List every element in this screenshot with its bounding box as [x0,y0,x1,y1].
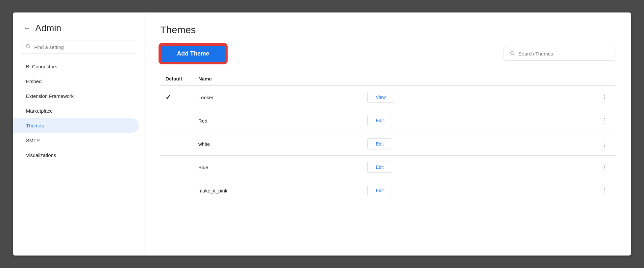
row-more-cell: ⋮ [520,109,615,132]
sidebar-header: ← Admin [13,12,144,40]
add-theme-button[interactable]: Add Theme [160,45,226,63]
col-default: Default [160,72,193,86]
default-check [160,179,193,202]
theme-name: make_it_pink [193,179,362,202]
toolbar: Add Theme [160,45,615,63]
sidebar-search-icon [26,44,31,50]
row-more-cell: ⋮ [520,179,615,202]
col-name: Name [193,72,362,86]
sidebar-title: Admin [35,23,61,34]
more-icon[interactable]: ⋮ [598,186,610,195]
edit-button[interactable]: Edit [367,185,392,196]
sidebar-item-themes[interactable]: Themes [13,118,139,133]
sidebar-item-visualizations[interactable]: Visualizations [13,148,139,163]
svg-line-3 [513,54,514,55]
more-icon[interactable]: ⋮ [598,162,610,172]
sidebar-nav: BI Connectors Embed Extension Framework … [13,59,144,256]
check-icon: ✓ [165,94,171,101]
col-more [520,72,615,86]
sidebar-item-extension-framework[interactable]: Extension Framework [13,89,139,103]
svg-line-1 [29,47,30,48]
sidebar-item-bi-connectors[interactable]: BI Connectors [13,59,139,74]
theme-name: Red [193,109,362,132]
theme-action-cell: Edit [362,156,520,179]
row-more-cell: ⋮ [520,86,615,109]
search-themes-input[interactable] [518,51,609,56]
theme-name: Blue [193,156,362,179]
app-window: ← Admin BI Connectors Embed Extension Fr… [13,12,631,256]
row-more-cell: ⋮ [520,156,615,179]
row-more-cell: ⋮ [520,132,615,156]
theme-name: Looker [193,86,362,109]
table-row: ✓ Looker View ⋮ [160,86,615,109]
table-row: Blue Edit ⋮ [160,156,615,179]
sidebar-item-embed[interactable]: Embed [13,74,139,89]
table-row: Red Edit ⋮ [160,109,615,132]
main-content: Themes Add Theme Default Name [144,12,631,256]
edit-button[interactable]: Edit [367,162,392,173]
sidebar-search-box [21,40,136,54]
theme-action-cell: Edit [362,132,520,156]
theme-action-cell: Edit [362,179,520,202]
default-check: ✓ [160,86,193,109]
table-row: white Edit ⋮ [160,132,615,156]
search-themes-box [504,47,615,61]
view-button[interactable]: View [367,92,394,103]
theme-action-cell: Edit [362,109,520,132]
table-row: make_it_pink Edit ⋮ [160,179,615,202]
more-icon[interactable]: ⋮ [598,139,610,149]
theme-name: white [193,132,362,156]
default-check [160,109,193,132]
sidebar: ← Admin BI Connectors Embed Extension Fr… [13,12,144,256]
more-icon[interactable]: ⋮ [598,116,610,125]
theme-action-cell: View [362,86,520,109]
search-themes-icon [510,51,515,57]
table-header-row: Default Name [160,72,615,86]
sidebar-item-marketplace[interactable]: Marketplace [13,103,139,118]
themes-table: Default Name ✓ Looker View [160,72,615,202]
sidebar-search-input[interactable] [34,44,131,50]
page-title: Themes [160,24,615,35]
more-icon[interactable]: ⋮ [598,92,610,102]
default-check [160,156,193,179]
edit-button[interactable]: Edit [367,138,392,149]
default-check [160,132,193,156]
col-action [362,72,520,86]
edit-button[interactable]: Edit [367,115,392,126]
back-icon[interactable]: ← [23,24,31,33]
sidebar-item-smtp[interactable]: SMTP [13,133,139,148]
